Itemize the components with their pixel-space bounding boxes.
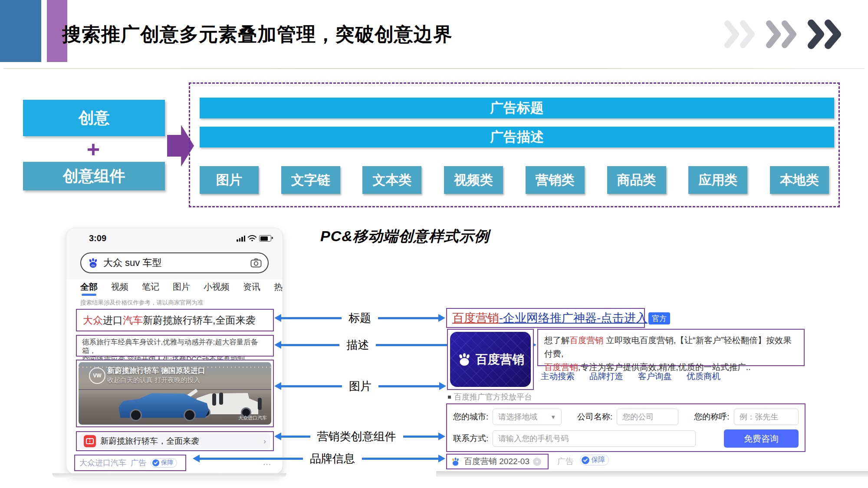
logo-text: 百度营销 bbox=[476, 351, 524, 368]
coupon-icon bbox=[84, 435, 96, 447]
price-disclaimer: 搜索结果涉及价格仅作参考，请以商家官网为准 bbox=[80, 299, 204, 307]
wifi-icon bbox=[248, 235, 256, 242]
keyword-highlight: 百度营销 bbox=[570, 335, 604, 345]
city-select[interactable]: 请选择地域 ▼ bbox=[493, 409, 562, 425]
page-title: 搜索推广创意多元素叠加管理，突破创意边界 bbox=[62, 22, 453, 47]
name-input[interactable]: 例：张先生 bbox=[734, 409, 799, 425]
creative-box: 创意 bbox=[23, 100, 165, 136]
type-box-product: 商品类 bbox=[607, 166, 666, 194]
baidu-marketing-logo[interactable]: 百度营销 bbox=[450, 332, 531, 387]
chevron-right-icon[interactable]: › bbox=[263, 437, 266, 446]
person-silhouette bbox=[212, 393, 216, 406]
tab-video[interactable]: 视频 bbox=[111, 281, 128, 293]
type-box-text: 文本类 bbox=[362, 166, 421, 194]
callout-marketing: 营销类创意组件 bbox=[274, 432, 445, 441]
component-type-row: 图片 文字链 文本类 视频类 营销类 商品类 应用类 本地类 bbox=[200, 166, 829, 194]
ad-label: 广告 bbox=[557, 456, 574, 467]
creative-label: 创意 bbox=[79, 108, 110, 129]
tab-all[interactable]: 全部 bbox=[80, 281, 98, 293]
chevron-right-icon bbox=[724, 20, 758, 49]
pc-sitelinks: 主动搜索 品牌打造 客户询盘 优质商机 bbox=[541, 370, 720, 382]
ad-image[interactable]: VW 新蔚揽旅行轿车 德国原装进口 收起白天的认真 打开夜晚的投入 大众进口汽车 bbox=[79, 362, 271, 425]
wheel bbox=[184, 409, 196, 421]
ad-desc-bar-label: 广告描述 bbox=[490, 128, 544, 146]
baidu-paw-icon bbox=[457, 352, 472, 367]
battery-icon bbox=[259, 235, 271, 242]
ad-title-bar: 广告标题 bbox=[200, 98, 834, 118]
company-input[interactable]: 您的公司 bbox=[617, 409, 678, 425]
callout-title: 标题 bbox=[274, 313, 445, 323]
sitelink-brand-building[interactable]: 品牌打造 bbox=[589, 370, 623, 382]
sitelink-active-search[interactable]: 主动搜索 bbox=[541, 370, 575, 382]
railing bbox=[79, 389, 271, 390]
square-bullet bbox=[448, 396, 451, 399]
pc-title-rest[interactable]: -企业网络推广神器-点击进入 bbox=[499, 310, 648, 326]
image-subline: 收起白天的认真 打开夜晚的投入 bbox=[107, 376, 200, 384]
sitelink-customer-inquiry[interactable]: 客户询盘 bbox=[638, 370, 672, 382]
chevron-down-icon[interactable]: ▾ bbox=[533, 458, 541, 466]
active-tab-underline bbox=[82, 294, 96, 296]
type-box-marketing: 营销类 bbox=[526, 166, 585, 194]
mobile-screenshot: 3:09 du 大众 suv 车型 bbox=[66, 228, 283, 474]
phone-bottom-shadow bbox=[52, 473, 286, 478]
header-divider bbox=[3, 68, 865, 69]
guarantee-badge: 保障 bbox=[151, 458, 177, 468]
company-label: 公司名称: bbox=[577, 411, 612, 422]
keyword-highlight: 汽车 bbox=[123, 314, 143, 327]
contact-placeholder: 请输入您的手机号码 bbox=[498, 433, 569, 444]
pc-title-brand[interactable]: 百度营销 bbox=[452, 310, 499, 326]
shield-check-icon bbox=[581, 456, 590, 465]
person-silhouette bbox=[219, 393, 223, 405]
person-silhouette bbox=[258, 398, 262, 410]
decor-blue-block bbox=[0, 0, 41, 62]
tab-notes[interactable]: 笔记 bbox=[142, 281, 159, 293]
baidu-paw-icon: du bbox=[87, 257, 99, 269]
tab-images[interactable]: 图片 bbox=[173, 281, 190, 293]
desc-text: 想了解 bbox=[544, 335, 570, 345]
caret-down-icon: ▼ bbox=[550, 414, 556, 420]
platform-caption: 百度推广官方投放平台 bbox=[448, 392, 532, 402]
mobile-marketing-component[interactable]: 新蔚揽旅行轿车，全面来袭 › bbox=[76, 431, 274, 451]
search-query[interactable]: 大众 suv 车型 bbox=[103, 256, 250, 269]
callout-title-label: 标题 bbox=[342, 311, 378, 326]
creative-component-label: 创意组件 bbox=[63, 166, 125, 187]
callout-image: 图片 bbox=[274, 381, 446, 391]
pc-ad-title[interactable]: 百度营销-企业网络推广神器-点击进入 bbox=[446, 308, 645, 328]
city-placeholder: 请选择地域 bbox=[498, 412, 537, 422]
creative-component-box: 创意组件 bbox=[23, 162, 165, 190]
pc-brand-row: 百度营销 2022-03 ▾ bbox=[446, 454, 549, 469]
company-placeholder: 您的公司 bbox=[622, 412, 654, 422]
image-headline: 新蔚揽旅行轿车 德国原装进口 bbox=[107, 366, 205, 376]
type-box-textlink: 文字链 bbox=[281, 166, 340, 194]
guarantee-badge: 保障 bbox=[580, 455, 609, 465]
search-input[interactable]: du 大众 suv 车型 bbox=[80, 252, 269, 273]
mobile-ad-description: 德系旅行车经典车身设计,优雅与动感并存;超大容量后备箱， 空间随需应变,容纳开阔… bbox=[76, 335, 274, 357]
camera-icon[interactable] bbox=[250, 258, 262, 268]
contact-input[interactable]: 请输入您的手机号码 bbox=[493, 430, 696, 447]
tab-news[interactable]: 资讯 bbox=[243, 281, 260, 293]
badge-label: 保障 bbox=[161, 459, 173, 467]
description-line: 德系旅行车经典车身设计,优雅与动感并存;超大容量后备箱， bbox=[82, 337, 268, 355]
slide: 搜索推广创意多元素叠加管理，突破创意边界 创意 + 创意组件 广告标题 广告描述… bbox=[0, 0, 868, 488]
advertiser-name: 百度营销 2022-03 bbox=[464, 456, 529, 467]
ad-desc-bar: 广告描述 bbox=[200, 127, 834, 147]
pc-result-bottom-shadow bbox=[436, 471, 868, 477]
free-consult-button[interactable]: 免费咨询 bbox=[724, 429, 799, 448]
decor-chevrons bbox=[724, 19, 844, 49]
image-watermark: 大众进口汽车 bbox=[238, 415, 267, 421]
shield-check-icon bbox=[152, 459, 160, 467]
pc-desc-line1: 想了解百度营销 立即致电百度营销,【让“新客户”轻松翻倍】按效果付费, bbox=[544, 334, 798, 360]
lead-form: 您的城市: 请选择地域 ▼ 公司名称: 您的公司 您的称呼: 例：张先生 联系方… bbox=[446, 403, 806, 452]
mobile-ad-title[interactable]: 大众进口汽车新蔚揽旅行轿车,全面来袭 bbox=[76, 309, 274, 331]
type-box-app: 应用类 bbox=[688, 166, 747, 194]
platform-text: 百度推广官方投放平台 bbox=[454, 392, 532, 402]
sitelink-quality-leads[interactable]: 优质商机 bbox=[687, 370, 720, 382]
tab-shortvideo[interactable]: 小视频 bbox=[204, 281, 230, 293]
callout-image-label: 图片 bbox=[342, 379, 378, 394]
tab-hot[interactable]: 热 bbox=[274, 281, 283, 293]
type-box-video: 视频类 bbox=[444, 166, 503, 194]
chevron-right-icon bbox=[807, 19, 844, 49]
mobile-brand-row: 大众进口汽车 广告 保障 bbox=[74, 455, 186, 471]
official-badge: 官方 bbox=[648, 312, 670, 324]
callout-brand: 品牌信息 bbox=[193, 454, 445, 463]
